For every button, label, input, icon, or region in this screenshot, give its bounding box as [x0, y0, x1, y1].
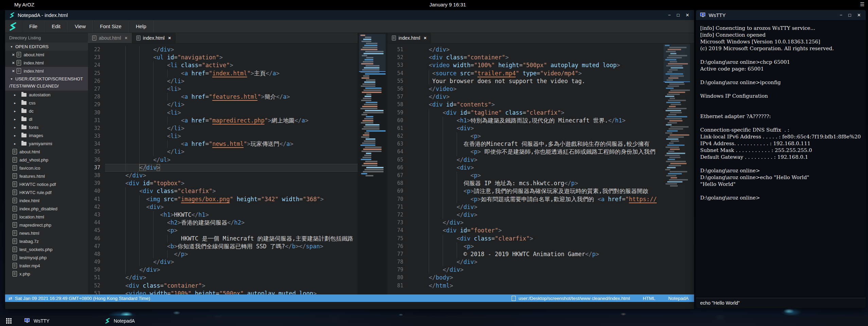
close-icon[interactable]: ✕ — [12, 53, 15, 57]
code-line[interactable]: </div> — [105, 164, 358, 172]
code-line[interactable]: </li> — [105, 124, 358, 132]
notepada-titlebar[interactable]: NotepadA - index.html − □ ✕ — [5, 10, 694, 20]
close-icon[interactable]: ✕ — [12, 69, 15, 73]
tab-about.html[interactable]: about.html✕ — [88, 33, 132, 43]
minimap-left[interactable] — [359, 34, 386, 204]
minimap-viewport[interactable] — [663, 44, 690, 82]
code-line[interactable]: <h1>HKWTC</h1> — [105, 211, 358, 219]
code-line[interactable]: <p> — [105, 227, 358, 234]
minimize-icon[interactable]: − — [840, 13, 843, 18]
code-line[interactable]: </div> — [409, 93, 694, 101]
code-line[interactable]: <div class="container"> — [409, 54, 694, 61]
code-line[interactable]: <div class="container"> — [105, 282, 358, 290]
tab-index.html[interactable]: index.html✕ — [388, 33, 431, 43]
code-line[interactable]: <h2>香港的建築伺服器</h2> — [105, 219, 358, 227]
open-editor-item[interactable]: ✕index.html — [5, 59, 88, 67]
file-item[interactable]: location.html — [5, 213, 88, 221]
folder-item[interactable]: ▸dl — [5, 115, 88, 123]
code-line[interactable]: <div id="contents"> — [409, 101, 694, 109]
code-line[interactable]: <a href="index.html">主頁</a> — [105, 70, 358, 77]
file-item[interactable]: favicon.ico — [5, 164, 88, 172]
code-line[interactable]: </div> — [409, 46, 694, 54]
menu-item-edit[interactable]: Edit — [45, 21, 68, 32]
code-line[interactable]: <p> — [409, 172, 694, 179]
status-datetime-block[interactable]: ⇄ Sat Jan 09 2021 16:29:49 GMT+0800 (Hon… — [8, 296, 150, 301]
code-line[interactable]: <b>你知道我們全線伺服器已轉用 SSD 了嗎?</b></span> — [105, 243, 358, 250]
code-line[interactable]: <div> — [409, 164, 694, 172]
code-line[interactable]: </html> — [409, 282, 694, 290]
menu-item-file[interactable]: File — [22, 21, 45, 32]
code-line[interactable]: © 2018 - 2019 HKWTC Animation Gamer</p> — [409, 250, 694, 258]
code-line[interactable]: <h1>特別為建築及鐵路而設,現代化的 Minecraft 世界.</h1> — [409, 117, 694, 124]
code-line[interactable]: <li> — [105, 85, 358, 93]
tab-close-icon[interactable]: ✕ — [124, 36, 127, 40]
code-line[interactable]: <p>如有問題或需要申請白名單,歡迎加入我們的 <a href="https:/… — [409, 195, 694, 203]
minimap-viewport[interactable] — [359, 34, 386, 72]
code-line[interactable]: </div> — [105, 172, 358, 179]
file-item[interactable]: about.html — [5, 148, 88, 156]
code-line[interactable]: </div> — [105, 46, 358, 54]
code-line[interactable]: <ul id="navigation"> — [105, 54, 358, 61]
code-line[interactable]: <a href="features.html">簡介</a> — [105, 93, 358, 101]
open-editors-header[interactable]: ▾OPEN EDITORS — [5, 42, 88, 51]
code-line[interactable]: </p> — [105, 250, 358, 258]
code-line[interactable]: </div> — [409, 211, 694, 219]
code-line[interactable]: <a href="mapredirect.php">網上地圖</a> — [105, 117, 358, 124]
code-line[interactable]: </div> — [105, 258, 358, 266]
code-line[interactable]: <video width="100%" height="500px" autop… — [409, 61, 694, 69]
code-right[interactable]: </div><div class="container"><video widt… — [409, 43, 694, 302]
code-line[interactable]: </div> — [105, 266, 358, 274]
code-line[interactable]: <p> 即使你不是建築師,你也能透過紅石師或鐵路工程師的身份加入我們 — [409, 148, 694, 156]
status-language[interactable]: HTML — [643, 296, 655, 301]
terminal-input[interactable]: echo "Hello World" — [696, 298, 866, 308]
code-line[interactable]: </div> — [409, 156, 694, 164]
file-item[interactable]: trailer.mp4 — [5, 262, 88, 270]
file-item[interactable]: mapredirect.php — [5, 221, 88, 229]
folder-item[interactable]: ▸autostation — [5, 91, 88, 99]
code-line[interactable]: </div> — [409, 258, 694, 266]
minimap-right[interactable] — [663, 44, 690, 214]
code-line[interactable]: <div class="clearfix"> — [409, 235, 694, 243]
app-grid-icon[interactable] — [6, 318, 12, 324]
editor-pane-left[interactable]: about.html✕index.html✕ 22232425262728293… — [88, 33, 358, 302]
close-icon[interactable]: ✕ — [857, 13, 861, 18]
code-line[interactable]: 伺服器 IP 地址為: mcs.hkwtc.org</p> — [409, 179, 694, 187]
close-icon[interactable]: ✕ — [686, 13, 689, 18]
code-left[interactable]: </div><ul id="navigation"><li class="act… — [105, 43, 358, 302]
code-line[interactable]: <p> — [409, 243, 694, 250]
code-line[interactable]: <a href="news.html">玩家傳送門</a> — [105, 140, 358, 148]
code-line[interactable]: <li class="active"> — [105, 61, 358, 69]
maximize-icon[interactable]: □ — [848, 13, 851, 18]
code-line[interactable]: </body> — [409, 274, 694, 282]
code-line[interactable]: </div> — [409, 203, 694, 211]
open-editor-item[interactable]: ✕about.html — [5, 51, 88, 59]
close-icon[interactable]: ✕ — [12, 61, 15, 65]
code-line[interactable]: <li> — [105, 132, 358, 140]
file-item[interactable]: x.php — [5, 270, 88, 278]
code-line[interactable]: <div id="footer"> — [409, 227, 694, 234]
tab-close-icon[interactable]: ✕ — [424, 36, 427, 40]
editor-left[interactable]: 2223242526272829303132333435363738394041… — [88, 43, 358, 302]
file-item[interactable]: test_sockets.php — [5, 245, 88, 253]
folder-item[interactable]: ▸yamiyamimi — [5, 139, 88, 148]
code-line[interactable]: <div> — [105, 203, 358, 211]
code-line[interactable]: </li> — [105, 77, 358, 85]
code-line[interactable]: <p> — [409, 132, 694, 140]
folder-item[interactable]: ▸dc — [5, 107, 88, 115]
menu-item-help[interactable]: Help — [129, 21, 154, 32]
wstty-titlebar[interactable]: WsTTY − □ ✕ — [696, 10, 866, 20]
maximize-icon[interactable]: □ — [677, 13, 679, 18]
menu-item-view[interactable]: View — [68, 21, 93, 32]
code-line[interactable]: </li> — [105, 148, 358, 156]
code-line[interactable]: <source src="trailer.mp4" type="video/mp… — [409, 70, 694, 77]
code-line[interactable]: HKWTC 是一個 Minecraft 的建築伺服器,主要建築計劃包括鐵路 — [105, 235, 358, 243]
code-line[interactable]: Your browser does not support the video … — [409, 77, 694, 85]
menu-item-font-size[interactable]: Font Size — [93, 21, 128, 32]
terminal-output[interactable]: [info] Conencting to arozos WsTTY servic… — [696, 20, 866, 298]
file-item[interactable]: HKWTC notice.pdf — [5, 180, 88, 188]
code-line[interactable]: </div> — [409, 219, 694, 227]
editor-right[interactable]: 5152535455565758596061626364656667686970… — [388, 43, 694, 302]
taskbar-item-notepada[interactable]: NotepadA — [105, 318, 135, 324]
status-filepath-block[interactable]: user:/Desktop/screenshot/test/www cleane… — [512, 296, 630, 301]
code-line[interactable]: </li> — [105, 101, 358, 109]
